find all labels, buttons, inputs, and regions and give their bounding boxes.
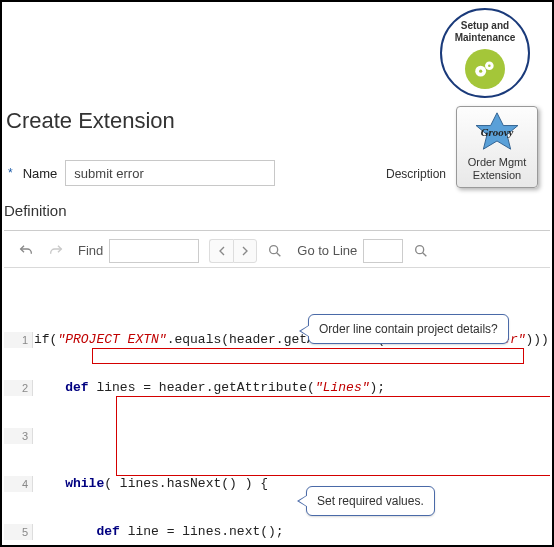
order-mgmt-extension-badge[interactable]: Groovy Order MgmtExtension: [456, 106, 538, 188]
svg-line-9: [423, 252, 427, 256]
code-line: [4, 428, 550, 444]
page-title: Create Extension: [6, 108, 175, 134]
setup-badge-label: Setup andMaintenance: [455, 20, 516, 43]
svg-point-2: [479, 70, 482, 73]
find-label: Find: [78, 243, 103, 258]
goto-search-icon[interactable]: [409, 239, 433, 263]
find-next-button[interactable]: [233, 239, 257, 263]
definition-heading: Definition: [4, 202, 67, 219]
name-label: Name: [23, 166, 58, 181]
code-line: def line = lines.next();: [4, 524, 550, 540]
required-asterisk: *: [8, 166, 13, 180]
callout-required-values: Set required values.: [306, 486, 435, 516]
callout-project-details: Order line contain project details?: [308, 314, 509, 344]
gears-icon: [465, 49, 505, 89]
description-label: Description: [386, 167, 446, 181]
svg-point-6: [270, 245, 278, 253]
name-input[interactable]: [65, 160, 275, 186]
find-input[interactable]: [109, 239, 199, 263]
code-line: while( lines.hasNext() ) {: [4, 476, 550, 492]
undo-button[interactable]: [14, 239, 38, 263]
svg-text:Groovy: Groovy: [481, 126, 514, 138]
search-icon[interactable]: [263, 239, 287, 263]
groovy-badge-caption: Order MgmtExtension: [459, 156, 535, 181]
editor-toolbar: Find Go to Line: [4, 234, 550, 268]
groovy-star-icon: Groovy: [464, 111, 530, 151]
definition-divider: [4, 230, 550, 231]
svg-point-3: [488, 64, 491, 67]
code-editor[interactable]: if("PROJECT EXTN".equals(header.getAttri…: [4, 268, 550, 543]
find-prev-button[interactable]: [209, 239, 233, 263]
svg-point-8: [416, 245, 424, 253]
svg-line-7: [277, 252, 281, 256]
goto-label: Go to Line: [297, 243, 357, 258]
goto-line-input[interactable]: [363, 239, 403, 263]
code-line: def lines = header.getAttribute("Lines")…: [4, 380, 550, 396]
setup-maintenance-badge[interactable]: Setup andMaintenance: [440, 8, 530, 98]
redo-button[interactable]: [44, 239, 68, 263]
